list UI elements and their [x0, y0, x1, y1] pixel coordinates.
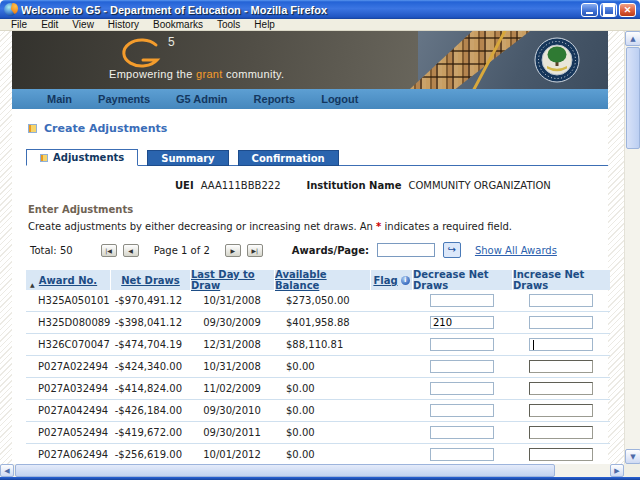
cell-last-day: 09/30/2011 [190, 422, 274, 443]
tagline-suffix: community. [223, 68, 285, 80]
increase-net-draws-input[interactable] [529, 426, 593, 439]
prev-page-button[interactable]: ◀ [123, 244, 139, 257]
page-viewport: 5 Empowering the grant community. Main P… [0, 31, 640, 477]
horizontal-scrollbar-thumb[interactable] [15, 464, 555, 477]
table-row: H326C070047 -$474,704.19 12/31/2008 $88,… [26, 334, 610, 356]
last-page-button[interactable]: ▶| [247, 244, 263, 257]
cell-award-no: H325D080089 [26, 312, 110, 333]
cell-award-no: P027A052494 [26, 422, 110, 443]
cell-increase [512, 334, 610, 355]
header-net-draws-link[interactable]: Net Draws [121, 275, 180, 286]
decrease-net-draws-input[interactable] [430, 360, 494, 373]
nav-item-main[interactable]: Main [34, 93, 85, 105]
menu-item-edit[interactable]: Edit [34, 19, 65, 30]
vertical-scrollbar[interactable]: ▲ ▼ [624, 31, 640, 464]
flag-info-icon[interactable]: i [401, 276, 410, 285]
decrease-net-draws-input[interactable] [430, 404, 494, 417]
page-content: 5 Empowering the grant community. Main P… [12, 31, 608, 466]
cell-flag [370, 400, 412, 421]
decrease-net-draws-input[interactable] [430, 448, 494, 461]
awards-per-page-label: Awards/Page: [292, 245, 369, 256]
go-button[interactable]: ↪ [443, 242, 461, 258]
menu-item-tools[interactable]: Tools [210, 19, 247, 30]
close-button[interactable]: ✕ [619, 3, 636, 17]
page-indicator: Page 1 of 2 [154, 245, 210, 256]
cell-award-no: P027A022494 [26, 356, 110, 377]
scroll-down-icon[interactable]: ▼ [625, 449, 640, 464]
header-award-no-link[interactable]: Award No. [39, 275, 97, 286]
menu-item-help[interactable]: Help [247, 19, 282, 30]
cell-decrease [412, 422, 512, 443]
show-all-awards-link[interactable]: Show All Awards [475, 245, 557, 256]
increase-net-draws-input[interactable] [529, 404, 593, 417]
cell-flag [370, 378, 412, 399]
header-increase-label: Increase Net Draws [513, 269, 610, 291]
cell-net-draws: -$256,619.00 [110, 444, 190, 465]
cell-decrease [412, 290, 512, 311]
menu-item-view[interactable]: View [65, 19, 101, 30]
decrease-net-draws-input[interactable] [430, 294, 494, 307]
header-last-day-link[interactable]: Last Day to Draw [191, 269, 274, 291]
cell-net-draws: -$398,041.12 [110, 312, 190, 333]
tab-confirmation[interactable]: Confirmation [238, 150, 339, 166]
page-title: Create Adjustments [28, 122, 608, 135]
decrease-net-draws-input[interactable] [430, 316, 494, 329]
table-row: P027A032494 -$414,824.00 11/02/2009 $0.0… [26, 378, 610, 400]
minimize-button[interactable] [581, 3, 598, 17]
cell-available-balance: $0.00 [274, 400, 370, 421]
increase-net-draws-input[interactable] [529, 338, 593, 351]
scroll-right-icon[interactable]: ▶ [610, 464, 624, 477]
institution-name-label: Institution Name [307, 180, 402, 191]
menu-item-history[interactable]: History [101, 19, 146, 30]
table-row: P027A062494 -$256,619.00 10/01/2012 $0.0… [26, 444, 610, 466]
left-margin-stripe [0, 31, 12, 477]
scroll-up-icon[interactable]: ▲ [625, 31, 640, 46]
menu-bar: File Edit View History Bookmarks Tools H… [0, 19, 640, 31]
header-flag-link[interactable]: Flag [373, 275, 397, 286]
horizontal-scrollbar[interactable]: ◀ ▶ [0, 464, 624, 477]
decrease-net-draws-input[interactable] [430, 338, 494, 351]
nav-item-logout[interactable]: Logout [308, 93, 371, 105]
cell-flag [370, 356, 412, 377]
scrollbar-corner [624, 464, 640, 477]
tab-adjustments[interactable]: Adjustments [26, 149, 138, 166]
menu-item-file[interactable]: File [4, 19, 34, 30]
maximize-button[interactable] [600, 3, 617, 17]
scroll-left-icon[interactable]: ◀ [0, 464, 14, 477]
increase-net-draws-input[interactable] [529, 360, 593, 373]
table-header-row: ▲ Award No. Net Draws Last Day to Draw A… [26, 270, 610, 290]
cell-last-day: 09/30/2010 [190, 400, 274, 421]
cell-net-draws: -$414,824.00 [110, 378, 190, 399]
cell-available-balance: $401,958.88 [274, 312, 370, 333]
browser-window: Welcome to G5 - Department of Education … [0, 0, 640, 480]
cell-increase [512, 290, 610, 311]
cell-decrease [412, 400, 512, 421]
increase-net-draws-input[interactable] [529, 448, 593, 461]
right-margin-stripe [608, 31, 624, 477]
tab-summary[interactable]: Summary [147, 150, 228, 166]
increase-net-draws-input[interactable] [529, 294, 593, 307]
page-title-text: Create Adjustments [44, 122, 167, 135]
institution-meta: UEI AAA111BBB222 Institution Name COMMUN… [175, 180, 608, 191]
header-last-day: Last Day to Draw [190, 270, 274, 290]
increase-net-draws-input[interactable] [529, 316, 593, 329]
next-page-button[interactable]: ▶ [225, 244, 241, 257]
header-banner: 5 Empowering the grant community. [12, 31, 608, 89]
first-page-button[interactable]: |◀ [101, 244, 117, 257]
cell-net-draws: -$426,184.00 [110, 400, 190, 421]
increase-net-draws-input[interactable] [529, 382, 593, 395]
nav-item-payments[interactable]: Payments [85, 93, 163, 105]
instructions-before: Create adjustments by either decreasing … [28, 221, 376, 232]
nav-item-reports[interactable]: Reports [241, 93, 309, 105]
vertical-scrollbar-thumb[interactable] [626, 47, 640, 149]
header-available-balance-link[interactable]: Available Balance [275, 269, 370, 291]
tab-adjustments-label: Adjustments [53, 152, 124, 163]
menu-item-bookmarks[interactable]: Bookmarks [146, 19, 210, 30]
cell-available-balance: $273,050.00 [274, 290, 370, 311]
nav-item-g5-admin[interactable]: G5 Admin [163, 93, 241, 105]
tab-bar: Adjustments Summary Confirmation [26, 148, 608, 166]
decrease-net-draws-input[interactable] [430, 382, 494, 395]
awards-per-page-input[interactable] [377, 243, 435, 257]
header-net-draws: Net Draws [110, 270, 190, 290]
decrease-net-draws-input[interactable] [430, 426, 494, 439]
